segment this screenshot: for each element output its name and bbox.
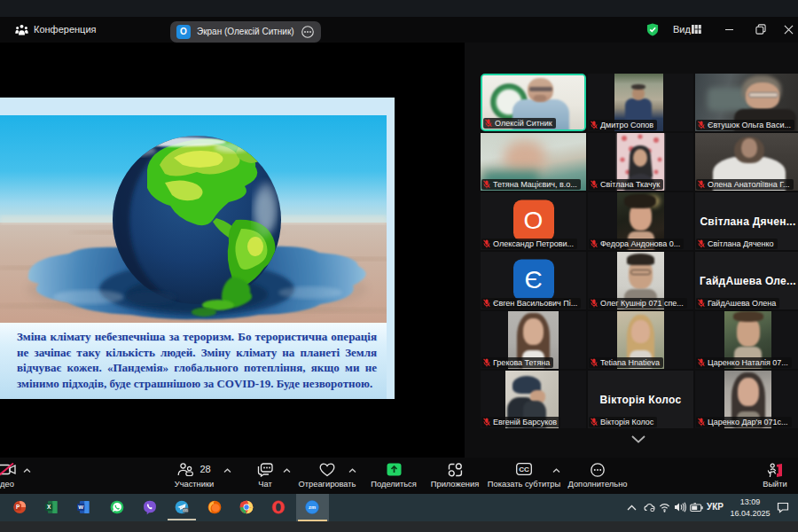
svg-text:zm: zm [309,505,316,510]
svg-text:W: W [78,504,83,510]
svg-text:P: P [16,504,20,510]
svg-text:X: X [47,504,51,510]
svg-text:CC: CC [519,466,529,473]
svg-text:435: 435 [183,509,188,512]
